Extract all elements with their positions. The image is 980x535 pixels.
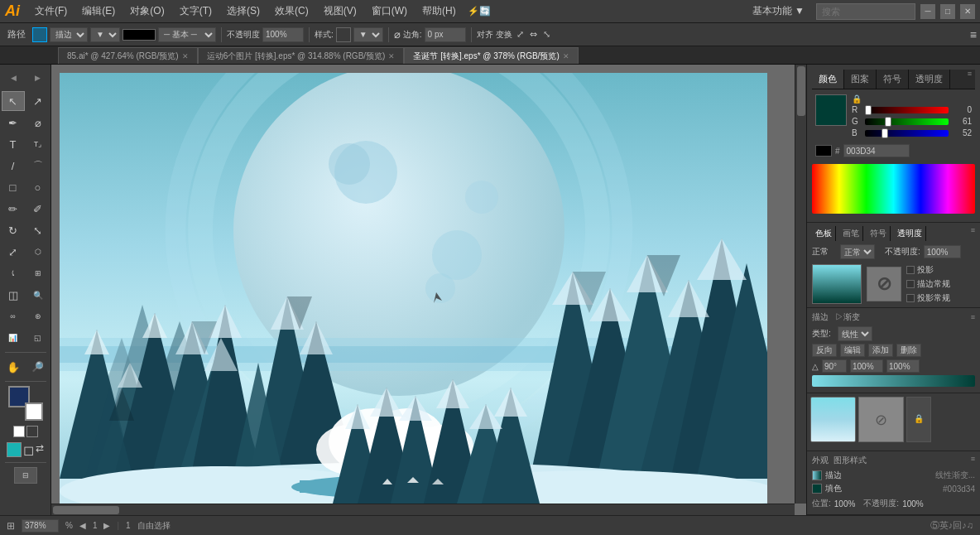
tab-transparency[interactable]: 透明度 bbox=[909, 70, 950, 89]
tool-pencil[interactable]: ✐ bbox=[26, 199, 50, 219]
reflect-icon[interactable]: ⇔ bbox=[530, 29, 537, 40]
style-swatch[interactable] bbox=[336, 27, 351, 42]
tool-arc[interactable]: ⌒ bbox=[26, 156, 50, 176]
vertical-scrollbar[interactable] bbox=[795, 65, 806, 504]
tab-2[interactable]: 运动6个图片 [转换].eps* @ 314.88% (RGB/预览) ✕ bbox=[198, 47, 405, 64]
zoom-input[interactable] bbox=[22, 519, 59, 533]
menu-text[interactable]: 文字(T) bbox=[173, 2, 219, 21]
tool-warp[interactable]: ⤢ bbox=[2, 242, 25, 262]
panel-toggle-icon[interactable]: ≡ bbox=[970, 28, 977, 41]
panel-expand-2[interactable]: ≡ bbox=[971, 226, 975, 241]
gradient-swatch-small[interactable] bbox=[26, 426, 38, 437]
tool-graph[interactable]: 📊 bbox=[2, 328, 25, 348]
tab-1[interactable]: 85.ai* @ 427.64% (RGB/预览) ✕ bbox=[58, 47, 198, 64]
tool-eyedropper[interactable]: 🔍 bbox=[26, 285, 50, 305]
tab-swatch2[interactable]: 色板 bbox=[812, 226, 836, 241]
edit-btn[interactable]: 编辑 bbox=[840, 344, 865, 357]
tab-pattern[interactable]: 图案 bbox=[844, 70, 877, 89]
tool-slice[interactable]: ◱ bbox=[26, 328, 50, 348]
stroke-preset-select[interactable]: ─ 基本 ─ bbox=[158, 27, 216, 42]
tool-curvature[interactable]: ⌀ bbox=[26, 113, 50, 133]
menu-help[interactable]: 帮助(H) bbox=[416, 2, 463, 21]
panel-expand-icon[interactable]: ≡ bbox=[968, 70, 972, 89]
minimize-button[interactable]: ─ bbox=[920, 4, 935, 19]
thumb-2[interactable]: ⊘ bbox=[858, 397, 904, 442]
transform-icon[interactable]: ⤢ bbox=[516, 29, 524, 40]
angle-input[interactable] bbox=[822, 359, 847, 373]
color-mode-icon[interactable] bbox=[7, 442, 22, 457]
horizontal-scrollbar[interactable] bbox=[51, 504, 795, 515]
horizontal-scroll-thumb[interactable] bbox=[53, 506, 119, 514]
tab-brush2[interactable]: 画笔 bbox=[839, 226, 863, 241]
workspace-selector[interactable]: 基本功能 ▼ bbox=[746, 2, 811, 21]
tab-3-close[interactable]: ✕ bbox=[563, 52, 569, 60]
tool-shapebuilder[interactable]: ⊞ bbox=[26, 263, 50, 283]
r-slider[interactable] bbox=[865, 107, 949, 113]
corner-input[interactable] bbox=[425, 27, 466, 42]
b-thumb[interactable] bbox=[882, 128, 888, 138]
stroke-color-swatch[interactable] bbox=[32, 27, 47, 42]
stroke-style-select[interactable]: ▼ bbox=[90, 27, 120, 42]
vertical-scroll-thumb[interactable] bbox=[797, 66, 805, 116]
tab-3[interactable]: 圣诞节 [转换].eps* @ 378% (RGB/预览) ✕ bbox=[404, 47, 578, 64]
tool-gradient[interactable]: ◫ bbox=[2, 285, 25, 305]
panel-expand-4[interactable]: ≡ bbox=[971, 455, 975, 466]
menu-effect[interactable]: 效果(C) bbox=[268, 2, 315, 21]
opacity-input-t[interactable] bbox=[924, 245, 961, 258]
add-btn[interactable]: 添加 bbox=[868, 344, 893, 357]
opacity-input[interactable] bbox=[262, 27, 304, 42]
fill-icon[interactable]: ◻ bbox=[23, 442, 34, 458]
tab-color[interactable]: 颜色 bbox=[812, 70, 844, 89]
color-spectrum[interactable] bbox=[812, 164, 975, 214]
tool-type-vertical[interactable]: T⌟ bbox=[26, 134, 50, 154]
darken-checkbox[interactable] bbox=[906, 294, 915, 302]
reverse-btn[interactable]: 反向 bbox=[812, 344, 837, 357]
g-slider[interactable] bbox=[865, 118, 949, 125]
stroke-type-select[interactable]: 描边 bbox=[50, 27, 88, 42]
tool-zoom[interactable]: 🔎 bbox=[26, 357, 50, 377]
close-button[interactable]: ✕ bbox=[960, 4, 975, 19]
stroke-tab-label[interactable]: 描边 bbox=[812, 311, 829, 323]
g-thumb[interactable] bbox=[885, 117, 891, 127]
gradient-type-select[interactable]: 线性 径向 bbox=[838, 326, 872, 341]
tab-2-close[interactable]: ✕ bbox=[388, 52, 395, 60]
menu-window[interactable]: 窗口(W) bbox=[365, 2, 414, 21]
opacity-angle-input[interactable] bbox=[886, 359, 920, 373]
tool-pen[interactable]: ✒ bbox=[2, 113, 25, 133]
menu-object[interactable]: 对象(O) bbox=[123, 2, 171, 21]
tab-transparency2[interactable]: 透明度 bbox=[894, 226, 926, 241]
tab-symbol2[interactable]: 符号 bbox=[867, 226, 891, 241]
appearance-tab[interactable]: 外观 bbox=[812, 455, 829, 466]
tool-rotate[interactable]: ↻ bbox=[2, 220, 25, 240]
location-input[interactable] bbox=[850, 359, 883, 373]
tool-rectangle[interactable]: □ bbox=[2, 177, 25, 197]
tool-type[interactable]: T bbox=[2, 134, 25, 154]
tool-blend[interactable]: ∞ bbox=[2, 306, 25, 326]
menu-select[interactable]: 选择(S) bbox=[220, 2, 267, 21]
gradient-bar[interactable] bbox=[812, 375, 975, 387]
search-input[interactable] bbox=[816, 3, 915, 20]
menu-view[interactable]: 视图(V) bbox=[317, 2, 363, 21]
artboard-tool[interactable]: ⊟ bbox=[14, 467, 37, 484]
inner-glow-checkbox[interactable] bbox=[906, 280, 915, 288]
thumb-1[interactable] bbox=[810, 397, 856, 442]
r-thumb[interactable] bbox=[865, 105, 872, 115]
tool-width[interactable]: ⤹ bbox=[2, 263, 25, 283]
blend-mode-select[interactable]: 正常 bbox=[840, 244, 875, 259]
color-swatch[interactable] bbox=[815, 94, 847, 126]
tool-hand[interactable]: ✋ bbox=[2, 357, 25, 377]
none-icon[interactable] bbox=[13, 426, 25, 437]
graphic-style-tab[interactable]: 图形样式 bbox=[833, 455, 867, 466]
menu-file[interactable]: 文件(F) bbox=[28, 2, 74, 21]
hex-input[interactable] bbox=[843, 144, 910, 157]
expand-icon[interactable]: ⤡ bbox=[543, 29, 550, 40]
delete-btn[interactable]: 删除 bbox=[896, 344, 921, 357]
tab-symbol[interactable]: 符号 bbox=[877, 70, 909, 89]
tool-line[interactable]: / bbox=[2, 156, 25, 176]
gradient-tab-label[interactable]: ▷渐变 bbox=[835, 311, 860, 323]
round-join-icon[interactable]: ⌀ bbox=[394, 28, 401, 41]
stroke-color-appear[interactable] bbox=[812, 470, 822, 480]
artwork-canvas[interactable] bbox=[60, 73, 767, 512]
tool-selection[interactable]: ↖ bbox=[2, 91, 25, 111]
fill-color-appear[interactable] bbox=[812, 484, 822, 494]
